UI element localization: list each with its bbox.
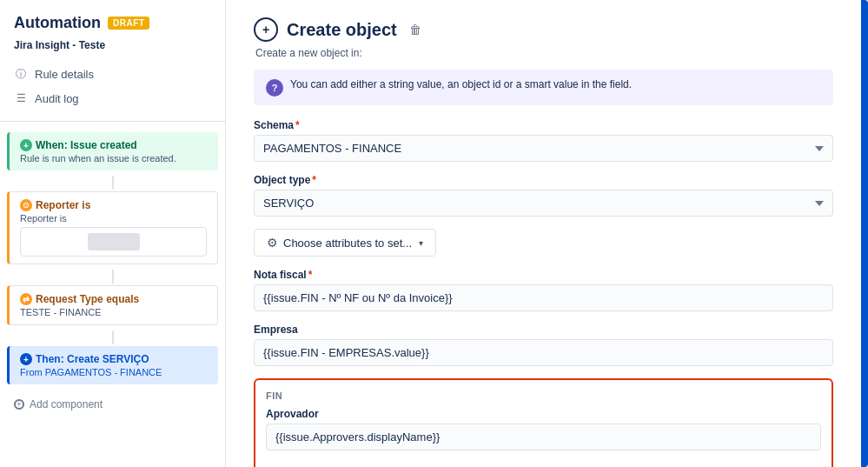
connector-1 <box>7 174 218 191</box>
flow-items: + When: Issue created Rule is run when a… <box>0 132 225 388</box>
condition-title: ⊙ Reporter is <box>20 199 207 211</box>
app-title: Automation DRAFT <box>0 14 225 36</box>
trigger-plus-icon: + <box>20 139 32 151</box>
connector-3 <box>7 329 218 346</box>
flow-action[interactable]: + Then: Create SERVIÇO From PAGAMENTOS -… <box>7 346 218 384</box>
connector-2 <box>7 268 218 285</box>
highlighted-section-label: FIN <box>266 390 821 401</box>
add-component-icon: + <box>14 399 24 410</box>
section-title: Create object <box>287 20 397 40</box>
sidebar: Automation DRAFT Jira Insight - Teste ⓘ … <box>0 0 226 467</box>
connector-line-3 <box>112 330 114 344</box>
sidebar-item-rule-details[interactable]: ⓘ Rule details <box>0 62 225 86</box>
audit-log-label: Audit log <box>35 92 79 105</box>
sidebar-divider <box>0 121 225 122</box>
right-accent-bar <box>861 0 868 467</box>
empresa-label-text: Empresa <box>254 324 298 336</box>
choose-attributes-button[interactable]: ⚙ Choose attributes to set... ▾ <box>254 229 436 257</box>
object-type-group: Object type* SERVIÇO <box>254 174 833 217</box>
gear-icon: ⚙ <box>267 236 278 250</box>
chevron-down-icon: ▾ <box>419 238 423 248</box>
doc-icon: ☰ <box>14 91 28 105</box>
action-subtitle: From PAGAMENTOS - FINANCE <box>20 367 208 377</box>
trigger-subtitle: Rule is run when an issue is created. <box>20 153 208 163</box>
nota-fiscal-group: Nota fiscal* <box>254 269 833 311</box>
filter-title-text: Request Type equals <box>36 293 139 305</box>
choose-attributes-label: Choose attributes to set... <box>283 237 412 250</box>
connector-line <box>112 176 114 190</box>
flow-condition[interactable]: ⊙ Reporter is Reporter is <box>7 191 218 264</box>
action-title: + Then: Create SERVIÇO <box>20 353 208 365</box>
object-type-label: Object type* <box>254 174 833 186</box>
empresa-group: Empresa <box>254 324 833 366</box>
connector-line-2 <box>112 270 114 284</box>
schema-label: Schema* <box>254 119 833 131</box>
trigger-title-text: When: Issue created <box>36 139 137 151</box>
sidebar-item-audit-log[interactable]: ☰ Audit log <box>0 86 225 110</box>
object-type-label-text: Object type <box>254 174 310 186</box>
trigger-title: + When: Issue created <box>20 139 208 151</box>
schema-select[interactable]: PAGAMENTOS - FINANCE <box>254 135 833 162</box>
project-name: Jira Insight - Teste <box>0 36 225 62</box>
section-header: + Create object 🗑 <box>254 17 833 42</box>
nota-fiscal-label-text: Nota fiscal <box>254 269 307 281</box>
delete-button[interactable]: 🗑 <box>409 23 421 37</box>
object-type-select[interactable]: SERVIÇO <box>254 190 833 217</box>
condition-box <box>20 227 207 257</box>
app-title-text: Automation <box>14 14 101 32</box>
aprovador-input[interactable] <box>266 424 821 450</box>
flow-filter[interactable]: ⇄ Request Type equals TESTE - FINANCE <box>7 285 218 325</box>
flow-trigger[interactable]: + When: Issue created Rule is run when a… <box>7 132 218 170</box>
info-icon: ⓘ <box>14 67 28 81</box>
add-component-button[interactable]: + Add component <box>0 391 225 417</box>
condition-icon: ⊙ <box>20 199 32 211</box>
header-icon: + <box>254 17 278 42</box>
nota-fiscal-input[interactable] <box>254 284 833 311</box>
action-plus-icon: + <box>20 353 32 365</box>
app-container: Automation DRAFT Jira Insight - Teste ⓘ … <box>0 0 868 467</box>
condition-box-inner <box>88 233 140 250</box>
aprovador-label: Aprovador <box>266 408 821 420</box>
add-component-label: Add component <box>30 398 103 410</box>
aprovador-label-text: Aprovador <box>266 408 319 420</box>
info-box-text: You can add either a string value, an ob… <box>290 78 632 90</box>
filter-icon: ⇄ <box>20 293 32 305</box>
schema-required: * <box>295 119 300 131</box>
nota-fiscal-label: Nota fiscal* <box>254 269 833 281</box>
header-plus: + <box>262 23 269 37</box>
schema-group: Schema* PAGAMENTOS - FINANCE <box>254 119 833 162</box>
info-box-icon: ? <box>266 79 283 97</box>
condition-title-text: Reporter is <box>36 199 90 211</box>
draft-badge: DRAFT <box>108 17 149 30</box>
filter-title: ⇄ Request Type equals <box>20 293 207 305</box>
rule-details-label: Rule details <box>35 68 94 81</box>
section-subtitle: Create a new object in: <box>254 47 833 59</box>
info-box: ? You can add either a string value, an … <box>254 70 833 105</box>
condition-subtitle: Reporter is <box>20 213 207 223</box>
action-title-text: Then: Create SERVIÇO <box>36 353 149 365</box>
nota-fiscal-required: * <box>308 269 313 281</box>
object-type-required: * <box>312 174 316 186</box>
main-content: + Create object 🗑 Create a new object in… <box>226 0 861 467</box>
empresa-label: Empresa <box>254 324 833 336</box>
empresa-input[interactable] <box>254 339 833 366</box>
schema-label-text: Schema <box>254 119 294 131</box>
aprovador-group: Aprovador <box>266 408 821 450</box>
highlighted-section: FIN Aprovador <box>254 378 833 467</box>
filter-subtitle: TESTE - FINANCE <box>20 307 207 317</box>
